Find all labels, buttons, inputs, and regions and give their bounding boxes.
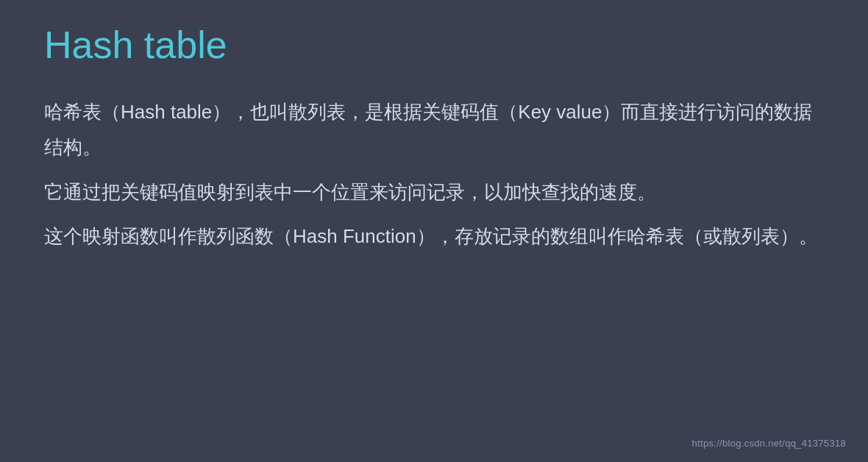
content-block: 哈希表（Hash table），也叫散列表，是根据关键码值（Key value）… — [44, 94, 824, 259]
page-container: Hash table 哈希表（Hash table），也叫散列表，是根据关键码值… — [0, 0, 868, 462]
footer-url: https://blog.csdn.net/qq_41375318 — [692, 438, 846, 449]
paragraph-1: 哈希表（Hash table），也叫散列表，是根据关键码值（Key value）… — [44, 94, 824, 165]
page-title: Hash table — [44, 22, 824, 68]
paragraph-2: 它通过把关键码值映射到表中一个位置来访问记录，以加快查找的速度。 — [44, 174, 824, 210]
paragraph-3: 这个映射函数叫作散列函数（Hash Function），存放记录的数组叫作哈希表… — [44, 218, 824, 254]
